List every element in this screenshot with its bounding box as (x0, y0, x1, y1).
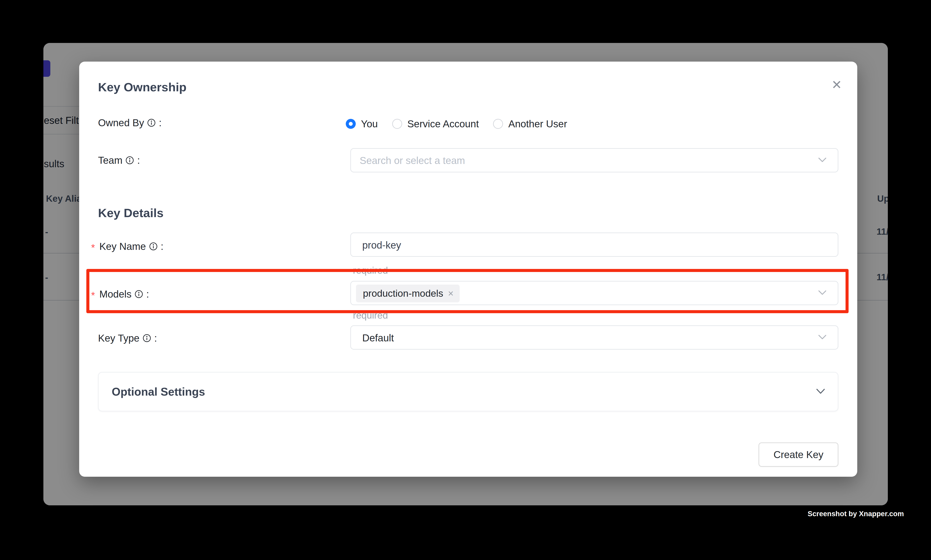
required-asterisk: * (91, 289, 95, 301)
key-name-value: prod-key (362, 239, 401, 251)
radio-unselected-icon[interactable] (392, 119, 402, 129)
models-tag-label: production-models (363, 288, 443, 299)
key-name-label-text: Key Name (99, 240, 146, 252)
radio-selected-icon[interactable] (346, 119, 356, 129)
create-key-modal: ✕ Key Ownership Owned By : You Service A… (79, 62, 857, 477)
models-label: * Models : (91, 288, 149, 300)
optional-settings-accordion[interactable]: Optional Settings (98, 372, 839, 411)
key-ownership-title: Key Ownership (98, 80, 186, 94)
chevron-down-icon (818, 334, 826, 341)
owned-by-label: Owned By : (98, 117, 162, 129)
radio-service-account[interactable]: Service Account (392, 118, 479, 130)
team-colon: : (137, 154, 140, 166)
radio-service-account-label: Service Account (407, 118, 479, 130)
models-tag: production-models × (356, 285, 460, 302)
team-select[interactable]: Search or select a team (350, 148, 839, 172)
required-asterisk: * (91, 242, 95, 254)
tag-remove-icon[interactable]: × (448, 288, 454, 299)
key-details-title: Key Details (98, 206, 163, 220)
team-label-text: Team (98, 154, 122, 166)
key-name-label: * Key Name : (91, 240, 163, 252)
owned-by-label-text: Owned By (98, 117, 144, 129)
screenshot-canvas: eset Filt sults Key Alia Up - 11/ - 11/ … (0, 0, 931, 560)
close-icon[interactable]: ✕ (831, 78, 842, 91)
key-type-value: Default (362, 332, 394, 344)
chevron-down-icon (818, 290, 826, 296)
radio-you-label: You (361, 118, 378, 130)
team-select-placeholder: Search or select a team (360, 155, 465, 166)
key-type-label: Key Type : (98, 332, 157, 344)
radio-another-user-label: Another User (508, 118, 567, 130)
owned-by-radio-group: You Service Account Another User (346, 118, 567, 130)
key-type-label-text: Key Type (98, 332, 140, 344)
key-name-input[interactable]: prod-key (350, 232, 839, 257)
info-icon[interactable] (134, 290, 143, 298)
radio-another-user[interactable]: Another User (493, 118, 567, 130)
models-required-error: required (353, 310, 388, 321)
optional-settings-label: Optional Settings (112, 385, 205, 398)
create-key-button[interactable]: Create Key (759, 442, 839, 467)
key-name-required-error: required (353, 265, 388, 276)
info-icon[interactable] (147, 118, 156, 127)
info-icon[interactable] (143, 334, 151, 343)
team-label: Team : (98, 154, 140, 166)
models-select[interactable]: production-models × (350, 281, 839, 305)
radio-you[interactable]: You (346, 118, 378, 130)
info-icon[interactable] (125, 156, 134, 165)
owned-by-colon: : (159, 117, 162, 129)
watermark-text: Screenshot by Xnapper.com (808, 510, 904, 518)
chevron-down-icon[interactable] (816, 388, 825, 395)
models-label-text: Models (99, 288, 131, 300)
key-type-colon: : (154, 332, 157, 344)
info-icon[interactable] (149, 242, 158, 251)
chevron-down-icon (818, 157, 826, 163)
key-type-select[interactable]: Default (350, 325, 839, 349)
radio-unselected-icon[interactable] (493, 119, 503, 129)
